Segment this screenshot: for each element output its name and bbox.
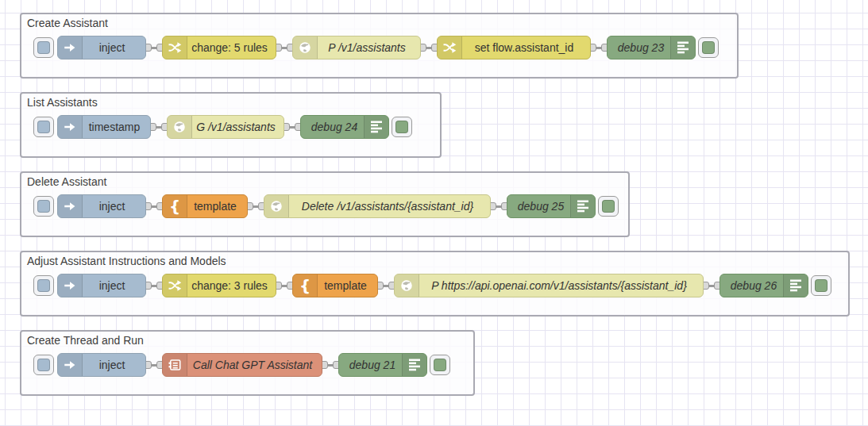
node-label: template	[318, 274, 373, 298]
node-label: G /v1/assistants	[192, 116, 280, 140]
debug-toggle-face	[434, 359, 446, 371]
node-debug[interactable]: debug 23	[607, 36, 696, 59]
node-http[interactable]: P https://api.openai.com/v1/assistants/{…	[394, 274, 704, 297]
node-inject[interactable]: inject	[57, 36, 146, 59]
globe-icon	[298, 40, 312, 55]
node-icon-area	[570, 195, 595, 217]
debug-toggle-button[interactable]	[430, 355, 450, 375]
node-icon-area	[58, 36, 83, 59]
node-label: debug 23	[611, 36, 670, 60]
debug-list-icon	[369, 120, 384, 134]
node-debug[interactable]: debug 25	[507, 194, 596, 218]
debug-toggle-button[interactable]	[392, 117, 412, 137]
node-inject[interactable]: inject	[57, 274, 146, 297]
node-icon-area	[395, 274, 419, 297]
shuffle-icon	[168, 278, 182, 293]
inject-button[interactable]	[33, 117, 54, 137]
inject-button[interactable]	[33, 355, 54, 375]
debug-toggle-face	[702, 41, 715, 54]
inject-arrow-icon	[63, 358, 77, 372]
node-change[interactable]: change: 5 rules	[162, 36, 276, 59]
node-icon-area	[163, 354, 187, 376]
node-label: P /v1/assistants	[318, 36, 416, 60]
group-label: Adjust Assistant Instructions and Models	[27, 255, 226, 267]
node-icon-area	[163, 36, 187, 59]
inject-button[interactable]	[33, 37, 54, 58]
curly-brace-icon: {	[169, 198, 180, 214]
curly-brace-icon: {	[299, 278, 311, 294]
node-http[interactable]: P /v1/assistants	[292, 36, 421, 59]
node-inject[interactable]: inject	[57, 194, 146, 218]
inject-button-face	[37, 121, 50, 133]
node-icon-area	[58, 195, 83, 217]
node-label: debug 24	[305, 116, 364, 140]
inject-button-face	[37, 200, 50, 213]
node-label: debug 25	[511, 195, 570, 219]
debug-toggle-face	[602, 200, 615, 213]
globe-icon	[172, 120, 187, 134]
node-change[interactable]: change: 3 rules	[162, 274, 276, 297]
inject-arrow-icon	[63, 40, 77, 55]
globe-icon	[269, 199, 284, 213]
node-debug[interactable]: debug 21	[338, 353, 427, 377]
debug-toggle-button[interactable]	[698, 37, 719, 58]
debug-list-icon	[789, 278, 803, 293]
debug-list-icon	[407, 358, 422, 372]
node-template[interactable]: {template	[292, 274, 378, 297]
node-change[interactable]: set flow.assistant_id	[437, 36, 591, 59]
node-label: inject	[83, 354, 141, 378]
node-label: Call Chat GPT Assistant	[187, 354, 318, 378]
inject-arrow-icon	[63, 120, 77, 134]
node-inject[interactable]: timestamp	[57, 115, 151, 139]
inject-button-face	[37, 359, 50, 371]
node-inject[interactable]: inject	[57, 353, 146, 377]
node-label: set flow.assistant_id	[462, 36, 586, 60]
node-label: inject	[83, 36, 141, 60]
shuffle-icon	[168, 40, 182, 55]
node-icon-area	[783, 274, 808, 297]
node-label: change: 3 rules	[187, 274, 272, 298]
node-http[interactable]: Delete /v1/assistants/{assistant_id}	[264, 194, 491, 218]
inject-arrow-icon	[63, 278, 77, 293]
node-label: debug 21	[343, 354, 402, 378]
inject-button-face	[37, 41, 50, 54]
subflow-icon	[168, 358, 182, 372]
node-http[interactable]: G /v1/assistants	[167, 115, 284, 139]
node-label: Delete /v1/assistants/{assistant_id}	[289, 195, 486, 219]
node-icon-area	[293, 36, 318, 59]
flow-canvas[interactable]: Create Assistantinjectchange: 5 rulesP /…	[0, 0, 868, 426]
node-debug[interactable]: debug 24	[300, 115, 389, 139]
debug-toggle-button[interactable]	[598, 196, 619, 217]
debug-toggle-face	[815, 279, 827, 292]
node-icon-area	[58, 354, 83, 376]
node-icon-area	[670, 36, 695, 59]
node-template[interactable]: {template	[162, 194, 248, 218]
debug-list-icon	[576, 199, 590, 213]
node-icon-area	[168, 116, 192, 138]
debug-toggle-face	[395, 121, 408, 133]
node-label: inject	[83, 195, 141, 219]
group-label: Create Assistant	[27, 17, 108, 29]
debug-toggle-button[interactable]	[811, 275, 831, 296]
inject-arrow-icon	[63, 199, 77, 213]
node-debug[interactable]: debug 26	[719, 274, 808, 297]
node-label: inject	[83, 274, 141, 298]
group-label: Create Thread and Run	[27, 334, 144, 347]
group-label: List Assistants	[27, 96, 98, 109]
node-icon-area: {	[163, 195, 187, 217]
node-label: change: 5 rules	[187, 36, 272, 60]
inject-button-face	[37, 279, 50, 292]
node-icon-area	[402, 354, 426, 376]
inject-button[interactable]	[33, 275, 54, 296]
node-icon-area	[438, 36, 462, 59]
node-label: template	[187, 195, 243, 219]
node-icon-area	[58, 116, 83, 138]
shuffle-icon	[442, 40, 457, 55]
globe-icon	[399, 278, 414, 293]
node-icon-area: {	[293, 274, 318, 297]
node-subflow[interactable]: Call Chat GPT Assistant	[162, 353, 322, 377]
node-icon-area	[163, 274, 187, 297]
group-label: Delete Assistant	[27, 175, 106, 188]
node-label: P https://api.openai.com/v1/assistants/{…	[419, 274, 699, 298]
inject-button[interactable]	[33, 196, 54, 217]
